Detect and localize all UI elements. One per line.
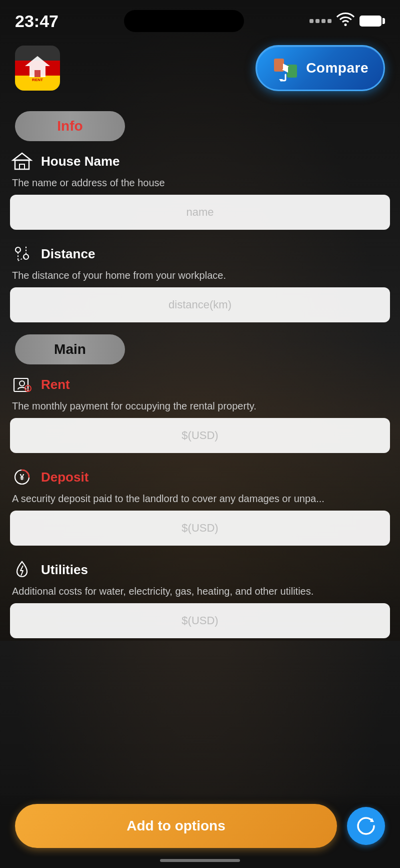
compare-icon [272, 55, 299, 82]
signal-icon [310, 19, 332, 23]
notch [124, 10, 244, 32]
svg-rect-11 [20, 164, 24, 169]
svg-marker-0 [25, 56, 50, 66]
utilities-icon [10, 558, 34, 582]
main-section-label: Main [15, 334, 125, 364]
info-section-label: Info [15, 111, 125, 141]
utilities-field: Utilities Additional costs for water, el… [10, 558, 390, 638]
utilities-title: Utilities [41, 562, 88, 578]
deposit-title: Deposit [41, 470, 88, 485]
utilities-desc: Additional costs for water, electricity,… [10, 586, 390, 597]
svg-marker-9 [13, 153, 31, 160]
main-label-text: Main [54, 341, 86, 357]
status-time: 23:47 [15, 12, 58, 31]
deposit-field: ¥ Deposit A security deposit paid to the… [10, 465, 390, 546]
rent-field: ¥ Rent The monthly payment for occupying… [10, 372, 390, 453]
info-label-text: Info [57, 118, 82, 134]
house-name-input[interactable] [10, 195, 390, 230]
refresh-icon [355, 815, 377, 837]
svg-point-16 [20, 381, 24, 386]
svg-point-12 [16, 247, 20, 252]
compare-label: Compare [306, 60, 368, 76]
distance-icon [10, 242, 34, 266]
wifi-icon [336, 13, 354, 30]
distance-title: Distance [41, 246, 95, 262]
battery-icon [360, 16, 385, 27]
rent-desc: The monthly payment for occupying the re… [10, 400, 390, 412]
rent-icon: ¥ [10, 372, 34, 396]
svg-point-13 [24, 254, 28, 259]
deposit-desc: A security deposit paid to the landlord … [10, 493, 390, 505]
utilities-input[interactable] [10, 603, 390, 638]
app-logo: RENT [15, 46, 60, 91]
house-name-title: House Name [41, 154, 120, 169]
house-name-field: House Name The name or address of the ho… [10, 149, 390, 230]
add-to-options-button[interactable]: Add to options [15, 804, 337, 848]
compare-button[interactable]: Compare [256, 45, 385, 91]
bottom-bar: Add to options [0, 794, 400, 868]
svg-text:RENT: RENT [32, 78, 43, 82]
distance-desc: The distance of your home from your work… [10, 270, 390, 281]
app-header: RENT Compare [0, 40, 400, 101]
home-indicator [160, 859, 240, 862]
svg-rect-2 [34, 70, 40, 77]
svg-rect-15 [14, 378, 28, 391]
svg-text:¥: ¥ [20, 473, 24, 482]
deposit-input[interactable] [10, 511, 390, 546]
rent-title: Rent [41, 377, 70, 392]
svg-text:¥: ¥ [26, 387, 30, 391]
status-bar: 23:47 [0, 0, 400, 40]
house-icon [10, 149, 34, 173]
deposit-icon: ¥ [10, 465, 34, 489]
rent-input[interactable] [10, 418, 390, 453]
house-name-desc: The name or address of the house [10, 177, 390, 189]
distance-field: Distance The distance of your home from … [10, 242, 390, 322]
status-icons [310, 13, 385, 30]
distance-input[interactable] [10, 287, 390, 322]
refresh-button[interactable] [347, 807, 385, 845]
